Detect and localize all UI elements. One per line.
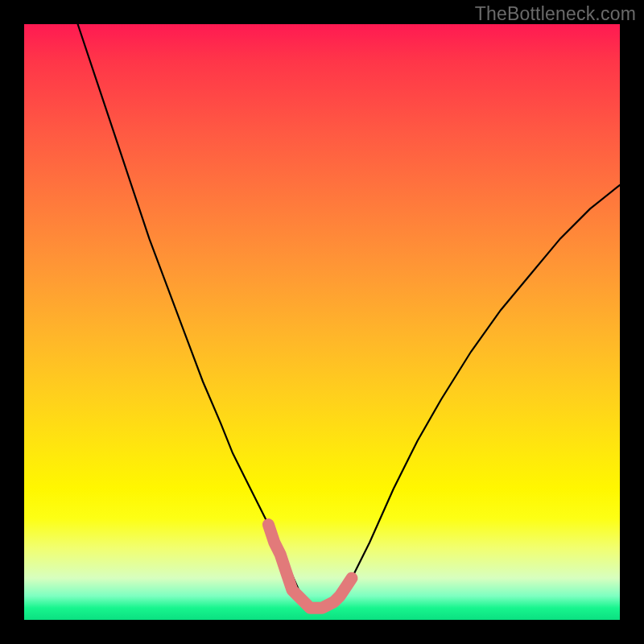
plot-area <box>24 24 620 620</box>
bottleneck-curve <box>78 24 620 608</box>
watermark-text: TheBottleneck.com <box>475 3 636 25</box>
highlight-segment <box>268 525 352 609</box>
curve-layer <box>24 24 620 620</box>
chart-frame: TheBottleneck.com <box>0 0 644 644</box>
